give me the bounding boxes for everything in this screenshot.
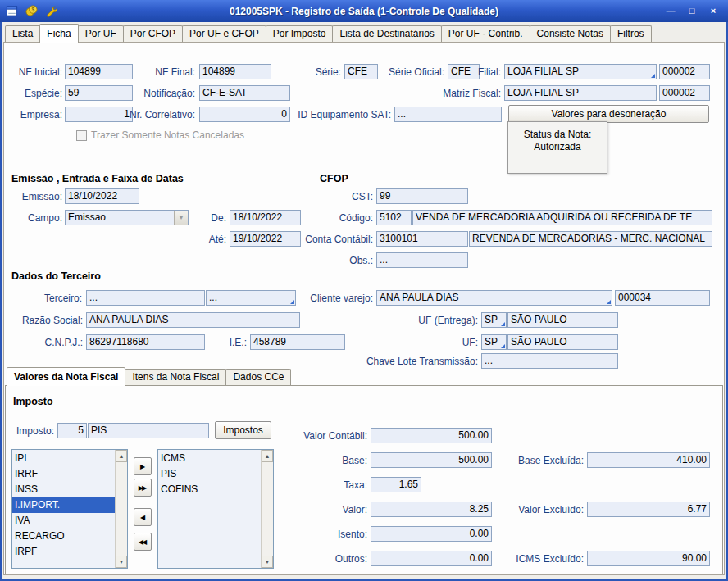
nr-correlativo-field[interactable]: 0 bbox=[199, 107, 290, 122]
razao-social-field[interactable]: ANA PAULA DIAS bbox=[86, 312, 300, 328]
chave-lote-field[interactable]: ... bbox=[481, 353, 618, 369]
chevron-down-icon[interactable]: ▼ bbox=[174, 211, 188, 225]
razao-social-label: Razão Social: bbox=[15, 314, 83, 328]
scroll-down-icon[interactable]: ▼ bbox=[262, 556, 273, 568]
valor-contabil-field[interactable]: 500.00 bbox=[371, 428, 492, 443]
chave-lote-label: Chave Lote Transmissão: bbox=[359, 355, 478, 369]
list-item-selected[interactable]: I.IMPORT. bbox=[12, 497, 115, 513]
move-all-right-button[interactable]: ▶▶ bbox=[134, 479, 152, 497]
emissao-field[interactable]: 18/10/2022 bbox=[65, 188, 139, 204]
list-item[interactable]: IPI bbox=[12, 451, 115, 466]
cliente-varejo-code-field[interactable]: 000034 bbox=[615, 290, 710, 306]
especie-field[interactable]: 59 bbox=[65, 85, 133, 101]
matriz-fiscal-code-field[interactable]: 000002 bbox=[659, 85, 710, 101]
maximize-button[interactable]: □ bbox=[684, 4, 700, 17]
terceiro-field-2[interactable]: ... bbox=[206, 290, 296, 306]
filial-code-field[interactable]: 000002 bbox=[659, 64, 710, 79]
nf-inicial-field[interactable]: 104899 bbox=[65, 64, 133, 79]
move-right-button[interactable]: ▶ bbox=[134, 457, 152, 475]
list-item[interactable]: INSS bbox=[12, 482, 115, 497]
conta-contabil-code-field[interactable]: 3100101 bbox=[376, 231, 468, 247]
base-field[interactable]: 500.00 bbox=[371, 452, 492, 468]
icms-excluido-field[interactable]: 90.00 bbox=[587, 551, 710, 566]
minimize-button[interactable]: — bbox=[662, 4, 679, 17]
ie-field[interactable]: 458789 bbox=[250, 334, 345, 350]
base-excluida-field[interactable]: 410.00 bbox=[587, 452, 710, 468]
move-left-button[interactable]: ◀ bbox=[134, 508, 152, 526]
tab-por-imposto[interactable]: Por Imposto bbox=[266, 25, 334, 42]
list-item[interactable]: IRRF bbox=[12, 466, 115, 482]
terceiro-field-1[interactable]: ... bbox=[86, 290, 205, 306]
uf-code-field[interactable]: SP bbox=[481, 334, 507, 350]
id-equipamento-sat-field[interactable]: ... bbox=[394, 107, 502, 122]
tab-itens-nota-fiscal[interactable]: Itens da Nota Fiscal bbox=[125, 369, 226, 385]
valor-excluido-field[interactable]: 6.77 bbox=[587, 502, 710, 517]
scroll-up-icon[interactable]: ▲ bbox=[262, 450, 273, 462]
tab-dados-cce[interactable]: Dados CCe bbox=[225, 369, 291, 385]
cnpj-field[interactable]: 86297118680 bbox=[86, 334, 205, 350]
list-item[interactable]: IVA bbox=[12, 513, 115, 529]
imposto-code-field[interactable]: 5 bbox=[57, 423, 87, 438]
nf-final-field[interactable]: 104899 bbox=[199, 64, 271, 79]
scroll-down-icon[interactable]: ▼ bbox=[116, 556, 127, 568]
uf-name-field[interactable]: SÃO PAULO bbox=[507, 334, 618, 350]
campo-combobox[interactable]: Emissao ▼ bbox=[65, 210, 189, 225]
matriz-fiscal-name-field[interactable]: LOJA FILIAL SP bbox=[504, 85, 657, 101]
sub-tab-bar: Valores da Nota Fiscal Itens da Nota Fis… bbox=[7, 367, 290, 385]
scrollbar[interactable]: ▲ ▼ bbox=[261, 450, 273, 568]
imposto-name-field[interactable]: PIS bbox=[88, 423, 209, 438]
move-all-left-button[interactable]: ◀◀ bbox=[134, 533, 152, 551]
ate-field[interactable]: 19/10/2022 bbox=[230, 231, 301, 247]
tab-lista[interactable]: Lista bbox=[5, 25, 40, 42]
wrench-icon[interactable] bbox=[44, 5, 57, 18]
cliente-varejo-name-field[interactable]: ANA PAULA DIAS bbox=[376, 290, 612, 306]
taxa-field[interactable]: 1.65 bbox=[371, 477, 421, 492]
datas-section-title: Emissão , Entrada e Faixa de Datas bbox=[11, 173, 184, 184]
outros-field[interactable]: 0.00 bbox=[371, 551, 492, 566]
valor-field[interactable]: 8.25 bbox=[371, 502, 492, 517]
cfop-section-title: CFOP bbox=[320, 173, 348, 184]
de-field[interactable]: 18/10/2022 bbox=[230, 210, 301, 225]
serie-field[interactable]: CFE bbox=[344, 64, 378, 79]
uf-entrega-code-field[interactable]: SP bbox=[481, 312, 507, 328]
conta-contabil-desc-field[interactable]: REVENDA DE MERCADORIAS - MERC. NACIONAL bbox=[469, 231, 712, 247]
valores-desoneracao-button[interactable]: Valores para desoneração bbox=[508, 105, 709, 123]
filial-name-field[interactable]: LOJA FILIAL SP bbox=[504, 64, 657, 79]
app-window: $ 012005SPK - Registro de Saída (1-Contr… bbox=[0, 0, 728, 581]
notificacao-field[interactable]: CF-E-SAT bbox=[199, 85, 290, 101]
trazer-canceladas-checkbox[interactable] bbox=[76, 130, 87, 141]
tab-valores-nota-fiscal[interactable]: Valores da Nota Fiscal bbox=[7, 367, 125, 386]
codigo-code-field[interactable]: 5102 bbox=[376, 210, 412, 225]
filial-label: Filial: bbox=[467, 66, 501, 79]
de-label: De: bbox=[203, 211, 226, 225]
emissao-label: Emissão: bbox=[7, 190, 62, 204]
cst-field[interactable]: 99 bbox=[376, 188, 468, 204]
title-bar[interactable]: $ 012005SPK - Registro de Saída (1-Contr… bbox=[0, 0, 728, 22]
close-button[interactable]: × bbox=[705, 4, 721, 17]
scroll-up-icon[interactable]: ▲ bbox=[116, 450, 127, 462]
scrollbar[interactable]: ▲ ▼ bbox=[115, 450, 127, 568]
tab-por-uf-contrib[interactable]: Por UF - Contrib. bbox=[441, 25, 530, 42]
list-item[interactable]: RECARGO bbox=[12, 529, 115, 544]
list-item[interactable]: COFINS bbox=[158, 482, 261, 497]
obs-field[interactable]: ... bbox=[376, 252, 468, 268]
list-item[interactable]: PIS bbox=[158, 466, 261, 482]
tab-lista-destinatarios[interactable]: Lista de Destinatários bbox=[332, 25, 441, 42]
list-item[interactable]: ICMS bbox=[158, 451, 261, 466]
tab-consiste-notas[interactable]: Consiste Notas bbox=[530, 25, 611, 42]
uf-entrega-name-field[interactable]: SÃO PAULO bbox=[507, 312, 618, 328]
tab-filtros[interactable]: Filtros bbox=[610, 25, 652, 42]
tab-ficha[interactable]: Ficha bbox=[39, 24, 78, 43]
tab-por-uf-e-cfop[interactable]: Por UF e CFOP bbox=[182, 25, 266, 42]
codigo-desc-field[interactable]: VENDA DE MERCADORIA ADQUIRIDA OU RECEBID… bbox=[412, 210, 712, 225]
available-taxes-list[interactable]: IPI IRRF INSS I.IMPORT. IVA RECARGO IRPF… bbox=[11, 449, 128, 569]
list-item[interactable]: IRPF bbox=[12, 544, 115, 560]
tab-por-uf[interactable]: Por UF bbox=[78, 25, 124, 42]
money-icon[interactable]: $ bbox=[25, 5, 38, 18]
tab-por-cfop[interactable]: Por CFOP bbox=[123, 25, 183, 42]
assigned-taxes-list[interactable]: ICMS PIS COFINS ▲ ▼ bbox=[157, 449, 274, 569]
isento-field[interactable]: 0.00 bbox=[371, 526, 492, 542]
impostos-button[interactable]: Impostos bbox=[215, 421, 271, 439]
matriz-fiscal-label: Matriz Fiscal: bbox=[433, 87, 501, 101]
cliente-varejo-label: Cliente varejo: bbox=[302, 292, 373, 306]
